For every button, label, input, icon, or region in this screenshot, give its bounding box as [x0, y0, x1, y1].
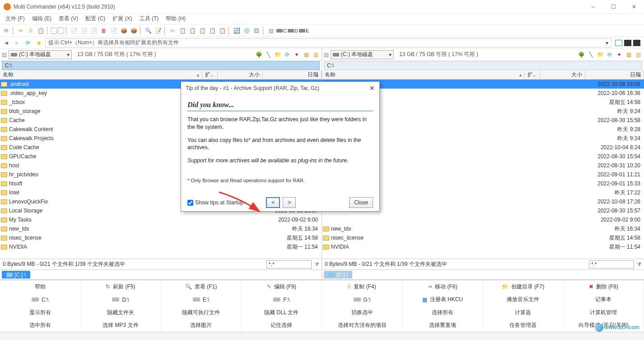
pic3-icon[interactable]: 📋: [198, 26, 207, 35]
picture-icon[interactable]: 🖼: [252, 26, 261, 35]
command-button[interactable]: F:\: [242, 293, 322, 307]
drive-d-button[interactable]: D: [288, 28, 298, 33]
command-button[interactable]: 🔍查看 (F1): [161, 280, 242, 293]
split-icon[interactable]: ▥: [634, 51, 642, 59]
menu-item[interactable]: 编辑 (E): [28, 15, 55, 23]
home-icon[interactable]: 📁: [596, 51, 604, 59]
pic2-icon[interactable]: 📋: [188, 26, 197, 35]
minimize-button[interactable]: ─: [583, 0, 603, 14]
file-row[interactable]: nisec_license星期五 14:58: [322, 233, 644, 242]
command-button[interactable]: G:\: [322, 293, 402, 307]
pic5-icon[interactable]: 📋: [218, 26, 227, 35]
home-icon[interactable]: 📁: [274, 51, 282, 59]
command-button[interactable]: 选择所有: [402, 306, 483, 319]
view-icon[interactable]: 📄: [109, 26, 118, 35]
wand-icon[interactable]: ✦: [293, 51, 301, 59]
command-button[interactable]: 任务管理器: [483, 319, 564, 332]
tree-icon[interactable]: 🌳: [577, 51, 585, 59]
funnel-icon[interactable]: ⧩: [637, 261, 641, 268]
command-button[interactable]: D:\: [80, 293, 161, 307]
forward-button[interactable]: ►: [13, 38, 22, 47]
grid-icon[interactable]: ▦: [302, 51, 310, 59]
command-button[interactable]: E:\: [161, 293, 242, 307]
reload-icon[interactable]: ⟳: [23, 38, 33, 47]
refresh-panel-icon[interactable]: ⟳: [606, 51, 614, 59]
menu-item[interactable]: 配置 (C): [82, 15, 109, 23]
file-row[interactable]: new_tdx昨天 16:34: [0, 224, 322, 233]
split-icon[interactable]: ▥: [312, 51, 320, 59]
command-button[interactable]: ✖删除 (F8): [564, 280, 644, 293]
menu-item[interactable]: 文件 (F): [2, 15, 28, 23]
refresh-panel-icon[interactable]: ⟳: [283, 51, 291, 59]
hint-box[interactable]: 提示:Ctrl+（Num+）将选择具有相同扩展名的所有文件▾: [45, 38, 611, 47]
command-button[interactable]: ▦注册表 HKCU: [402, 293, 483, 307]
command-button[interactable]: 选择 MP3 文件: [80, 319, 161, 332]
copy-icon[interactable]: ⎘: [26, 26, 35, 35]
command-button[interactable]: 计算器: [483, 306, 564, 319]
layout-icon-2[interactable]: [624, 40, 631, 46]
close-button[interactable]: ✕: [624, 0, 644, 14]
next-tip-button[interactable]: >: [283, 197, 296, 208]
wand-icon[interactable]: ✦: [615, 51, 623, 59]
dialog-close-x[interactable]: ✕: [369, 85, 375, 92]
select-icon[interactable]: [51, 28, 57, 34]
show-tips-checkbox[interactable]: Show tips at Startup: [187, 199, 243, 206]
command-button[interactable]: ↻刷新 (F5): [80, 280, 161, 293]
layout-icon-3[interactable]: [633, 40, 640, 46]
column-headers[interactable]: 名称▲ 扩.. 大小 日期▲: [322, 71, 644, 80]
command-button[interactable]: 隐藏文件夹: [80, 306, 161, 319]
drive-combo[interactable]: (C:) 本地磁盘▾: [331, 50, 394, 59]
command-button[interactable]: 📁创建目录 (F7): [483, 280, 564, 293]
command-button[interactable]: 选择重复项: [402, 319, 483, 332]
command-button[interactable]: 选择图片: [161, 319, 242, 332]
pic1-icon[interactable]: 📋: [178, 26, 187, 35]
drive-e-button[interactable]: E: [299, 28, 309, 33]
copy-file-icon[interactable]: 📄: [79, 26, 89, 35]
file-row[interactable]: nisec_license星期五 14:58: [0, 233, 322, 242]
up-icon[interactable]: ╲: [264, 51, 272, 59]
drive-c-button[interactable]: C: [276, 28, 287, 33]
file-row[interactable]: NVIDIA星期一 11:54: [0, 242, 322, 251]
favorite-icon[interactable]: ★: [34, 38, 43, 47]
delete-icon[interactable]: 🗑: [99, 26, 108, 35]
sync-icon[interactable]: 🔄: [232, 26, 241, 35]
filter-box[interactable]: *.*: [266, 260, 312, 269]
drive-bar-toggle-icon[interactable]: ▤: [266, 26, 275, 35]
refresh-icon[interactable]: ⟳: [2, 26, 11, 35]
command-button[interactable]: 选择对方没有的项目: [322, 319, 402, 332]
command-button[interactable]: 切换选中: [322, 306, 402, 319]
tree-icon[interactable]: 🌳: [255, 51, 263, 59]
prev-tip-button[interactable]: <: [266, 197, 280, 208]
pack-icon[interactable]: 📦: [119, 26, 128, 35]
command-button[interactable]: 记事本: [564, 293, 644, 307]
drive-combo[interactable]: (C:) 本地磁盘▾: [9, 50, 72, 59]
pic4-icon[interactable]: 📋: [208, 26, 217, 35]
command-button[interactable]: ➜移动 (F6): [402, 280, 483, 293]
path-bar[interactable]: C:\: [324, 61, 642, 70]
panel-tab[interactable]: [C:] \: [324, 271, 352, 279]
menu-item[interactable]: 扩展 (X): [109, 15, 135, 23]
command-button[interactable]: 显示所有: [0, 306, 80, 319]
calc-size-icon[interactable]: kb: [168, 26, 177, 35]
command-button[interactable]: 隐藏 DLL 文件: [242, 306, 322, 319]
command-button[interactable]: 帮助: [0, 280, 80, 293]
command-button[interactable]: ⎘复制 (F4): [322, 280, 402, 293]
unselect-icon[interactable]: [58, 28, 64, 34]
paste-icon[interactable]: 📋: [36, 26, 45, 35]
file-row[interactable]: new_tdx昨天 16:34: [322, 224, 644, 233]
layout-icon-1[interactable]: [615, 40, 622, 46]
command-button[interactable]: ✎编辑 (F9): [242, 280, 322, 293]
file-row[interactable]: 2022-09-02 9:00: [322, 215, 644, 224]
up-icon[interactable]: ╲: [587, 51, 595, 59]
command-button[interactable]: 选中所有: [0, 319, 80, 332]
unpack-icon[interactable]: 📦: [129, 26, 138, 35]
menu-item[interactable]: 帮助 (H): [162, 15, 189, 23]
dialog-close-button[interactable]: Close: [349, 197, 373, 208]
new-icon[interactable]: 📄: [70, 26, 79, 35]
command-button[interactable]: 播放音乐文件: [483, 293, 564, 307]
maximize-button[interactable]: ☐: [603, 0, 624, 14]
menu-item[interactable]: 工具 (T): [136, 15, 163, 23]
rename-icon[interactable]: 📝: [154, 26, 163, 35]
grid-icon[interactable]: ▦: [625, 51, 633, 59]
panel-tab[interactable]: [C:] \: [2, 271, 30, 279]
